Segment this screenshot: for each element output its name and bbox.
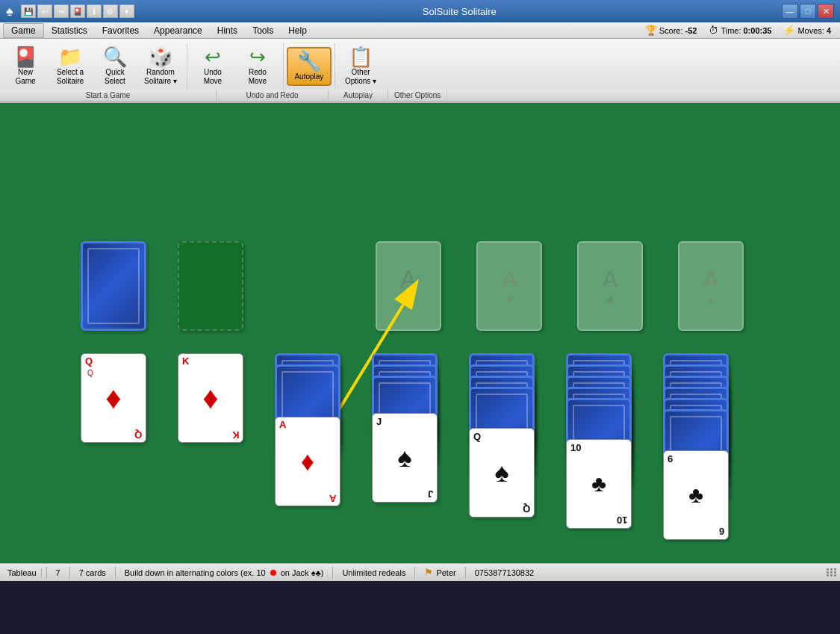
toolbar-group-other: 📋 OtherOptions ▾ [338, 43, 386, 90]
window-title: SolSuite Solitaire [137, 6, 782, 17]
autoplay-button[interactable]: 🔧 Autoplay [287, 47, 332, 86]
redo-label: RedoMove [249, 68, 267, 86]
window-controls[interactable]: — □ ✕ [782, 4, 834, 19]
score-value: -52 [685, 26, 697, 35]
card-queen-diamonds[interactable]: Q Q ♦ Q [81, 353, 146, 443]
autoplay-label: Autoplay [294, 72, 323, 81]
toolbar: 🎴 NewGame 📁 Select aSolitaire 🔍 QuickSel… [0, 39, 840, 103]
menu-favorites[interactable]: Favorites [95, 24, 146, 37]
card-ace-diamonds[interactable]: A A ♦ [275, 417, 340, 506]
qa-undo[interactable]: ↩ [37, 4, 52, 18]
menu-tools[interactable]: Tools [245, 24, 281, 37]
undo-label: UndoMove [204, 68, 222, 86]
menu-bar: Game Statistics Favorites Appearance Hin… [0, 22, 840, 39]
minimize-button[interactable]: — [782, 4, 798, 19]
other-options-label-row: Other Options [388, 90, 447, 101]
other-options-button[interactable]: 📋 OtherOptions ▾ [338, 43, 383, 90]
rule-dot [270, 570, 276, 576]
foundation-3[interactable]: A ♣ [577, 241, 643, 331]
undo-move-button[interactable]: ↩ UndoMove [190, 43, 235, 90]
card-ten-clubs[interactable]: 10 10 ♣ [566, 439, 632, 529]
qa-settings[interactable]: ⚙ [103, 4, 118, 18]
qa-redo[interactable]: ↪ [54, 4, 69, 18]
maximize-button[interactable]: □ [800, 4, 816, 19]
columns-info: 7 [52, 568, 65, 577]
card-king-diamonds[interactable]: K K ♦ [178, 353, 243, 443]
qa-new[interactable]: 🎴 [70, 4, 85, 18]
toolbar-group-undo: ↩ UndoMove ↪ RedoMove [190, 43, 284, 90]
seed-info: 0753877130832 [470, 568, 539, 577]
close-button[interactable]: ✕ [818, 4, 834, 19]
start-game-label: Start a Game [0, 90, 217, 101]
moves-label: ⚡ Moves: 4 [783, 25, 831, 36]
toolbar-group-start: 🎴 NewGame 📁 Select aSolitaire 🔍 QuickSel… [3, 43, 187, 90]
other-options-label: OtherOptions ▾ [345, 68, 376, 86]
menu-game[interactable]: Game [3, 23, 44, 38]
game-area: A ♠ A ♥ A ♣ A ♦ Q Q ♦ Q K [0, 103, 840, 563]
menu-statistics[interactable]: Statistics [44, 24, 95, 37]
status-bar: Tableau 7 7 cards Build down in alternat… [0, 563, 840, 581]
select-solitaire-button[interactable]: 📁 Select aSolitaire [48, 43, 93, 90]
time-label: ⏱ Time: 0:00:35 [709, 25, 771, 36]
random-solitaire-button[interactable]: 🎲 RandomSolitaire ▾ [137, 43, 184, 90]
redo-move-button[interactable]: ↪ RedoMove [235, 43, 280, 90]
autoplay-label-row: Autoplay [329, 90, 388, 101]
qa-info[interactable]: ℹ [87, 4, 102, 18]
stock-pile[interactable] [81, 241, 146, 331]
quick-select-icon: 🔍 [103, 47, 127, 66]
toolbar-labels: Start a Game Undo and Redo Autoplay Othe… [0, 90, 840, 102]
foundation-1[interactable]: A ♠ [376, 241, 441, 331]
redeals-info: Unlimited redeals [337, 568, 410, 577]
new-game-label: NewGame [15, 68, 35, 86]
select-label: Select aSolitaire [57, 68, 84, 86]
quick-select-label: QuickSelect [105, 68, 125, 86]
new-game-button[interactable]: 🎴 NewGame [3, 43, 48, 90]
waste-pile [178, 241, 243, 331]
new-game-icon: 🎴 [13, 47, 37, 66]
moves-value: 4 [827, 26, 831, 35]
menu-appearance[interactable]: Appearance [146, 24, 210, 37]
quick-select-button[interactable]: 🔍 QuickSelect [93, 43, 137, 90]
qa-dropdown[interactable]: ▾ [119, 4, 134, 18]
score-label: 🏆 Score: -52 [645, 25, 697, 36]
card-jack-spades[interactable]: J J ♠ [372, 413, 438, 503]
autoplay-icon: 🔧 [297, 52, 321, 71]
menu-help[interactable]: Help [281, 24, 314, 37]
rule-info: Build down in alternating colors (ex. 10… [120, 568, 329, 577]
resize-gripper [825, 567, 837, 579]
title-bar: ♠ 💾 ↩ ↪ 🎴 ℹ ⚙ ▾ SolSuite Solitaire — □ ✕ [0, 0, 840, 22]
undo-icon: ↩ [205, 47, 221, 66]
player-info: ⚑ Peter [420, 567, 460, 578]
qa-save[interactable]: 💾 [21, 4, 36, 18]
quick-access-toolbar[interactable]: 💾 ↩ ↪ 🎴 ℹ ⚙ ▾ [18, 4, 137, 18]
random-icon: 🎲 [149, 47, 172, 66]
foundation-2[interactable]: A ♥ [476, 241, 542, 331]
foundation-4[interactable]: A ♦ [678, 241, 744, 331]
undo-redo-label: Undo and Redo [217, 90, 329, 101]
select-icon: 📁 [58, 47, 82, 66]
toolbar-group-autoplay: 🔧 Autoplay [287, 43, 335, 90]
menu-hints[interactable]: Hints [210, 24, 245, 37]
card-queen-spades[interactable]: Q Q ♠ [469, 428, 535, 518]
random-label: RandomSolitaire ▾ [144, 68, 177, 86]
time-value: 0:00:35 [743, 26, 771, 35]
redo-icon: ↪ [249, 47, 266, 66]
cards-info: 7 cards [75, 568, 111, 577]
other-options-icon: 📋 [349, 47, 373, 66]
card-six-clubs[interactable]: 6 6 ♣ [663, 450, 729, 540]
tableau-label: Tableau [3, 568, 42, 577]
